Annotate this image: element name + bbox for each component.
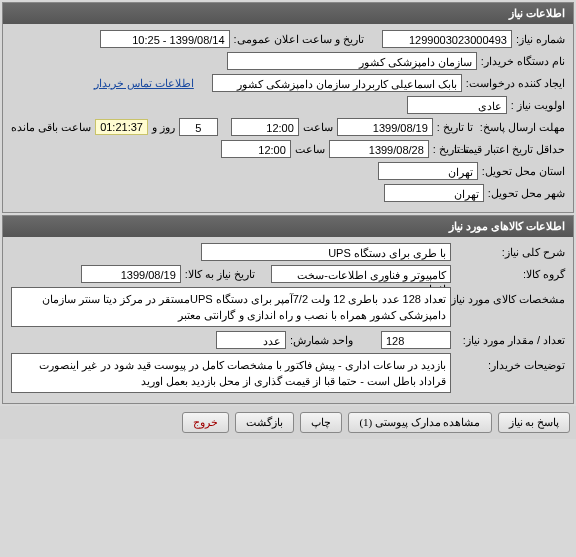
- exit-button[interactable]: خروج: [182, 412, 229, 433]
- desc-label: شرح کلی نیاز:: [455, 246, 565, 259]
- deadline-time: 12:00: [231, 118, 298, 136]
- panel-body-need: شماره نیاز: 1299003023000493 تاریخ و ساع…: [3, 24, 573, 212]
- reply-button[interactable]: پاسخ به نیاز: [498, 412, 571, 433]
- need-info-panel: اطلاعات نیاز شماره نیاز: 129900302300049…: [2, 2, 574, 213]
- need-no-value: 1299003023000493: [382, 30, 512, 48]
- need-date-value: 1399/08/19: [81, 265, 181, 283]
- announce-value: 1399/08/14 - 10:25: [100, 30, 230, 48]
- attachments-button[interactable]: مشاهده مدارک پیوستی (1): [348, 412, 491, 433]
- print-button[interactable]: چاپ: [300, 412, 342, 433]
- priority-value: عادی: [407, 96, 507, 114]
- time-label-1: ساعت: [303, 121, 333, 134]
- city-label: شهر محل تحویل:: [488, 187, 565, 200]
- group-value: کامپیوتر و فناوری اطلاعات-سخت افزار: [271, 265, 451, 283]
- valid-time: 12:00: [221, 140, 291, 158]
- creator-value: بابک اسماعیلی کاربردار سازمان دامپزشکی ک…: [212, 74, 462, 92]
- days-left: 5: [179, 118, 218, 136]
- notes-value: بازدید در ساعات اداری - پیش فاکتور با مش…: [11, 353, 451, 393]
- contact-link[interactable]: اطلاعات تماس خریدار: [94, 77, 194, 90]
- panel-header-need: اطلاعات نیاز: [3, 3, 573, 24]
- desc-value: با طری برای دستگاه UPS: [201, 243, 451, 261]
- unit-value: عدد: [216, 331, 286, 349]
- valid-until-label: تا تاریخ :: [433, 143, 469, 156]
- valid-date: 1399/08/28: [329, 140, 429, 158]
- panel-body-goods: شرح کلی نیاز: با طری برای دستگاه UPS گرو…: [3, 237, 573, 403]
- group-label: گروه کالا:: [455, 268, 565, 281]
- province-value: تهران: [378, 162, 478, 180]
- creator-label: ایجاد کننده درخواست:: [466, 77, 565, 90]
- qty-value: 128: [381, 331, 451, 349]
- need-no-label: شماره نیاز:: [516, 33, 565, 46]
- footer-bar: پاسخ به نیاز مشاهده مدارک پیوستی (1) چاپ…: [0, 406, 576, 439]
- notes-label: توضیحات خریدار:: [455, 353, 565, 372]
- province-label: استان محل تحویل:: [482, 165, 565, 178]
- panel-header-goods: اطلاعات کالاهای مورد نیاز: [3, 216, 573, 237]
- goods-info-panel: اطلاعات کالاهای مورد نیاز شرح کلی نیاز: …: [2, 215, 574, 404]
- spec-value: تعداد 128 عدد باطری 12 ولت 7/2آمپر برای …: [11, 287, 451, 327]
- time-label-2: ساعت: [295, 143, 325, 156]
- qty-label: تعداد / مقدار مورد نیاز:: [455, 334, 565, 347]
- unit-label: واحد شمارش:: [290, 334, 353, 347]
- need-date-label: تاریخ نیاز به کالا:: [185, 268, 255, 281]
- deadline-date: 1399/08/19: [337, 118, 433, 136]
- spec-label: مشخصات کالای مورد نیاز:: [455, 287, 565, 306]
- city-value: تهران: [384, 184, 484, 202]
- remain-label: ساعت باقی مانده: [11, 121, 91, 134]
- countdown-timer: 01:21:37: [95, 119, 148, 135]
- org-label: نام دستگاه خریدار:: [481, 55, 565, 68]
- valid-label: حداقل تاریخ اعتبار قیمت:: [473, 143, 565, 156]
- org-value: سازمان دامپزشکی کشور: [227, 52, 477, 70]
- until-label: تا تاریخ :: [437, 121, 473, 134]
- days-sep: روز و: [152, 121, 175, 134]
- announce-label: تاریخ و ساعت اعلان عمومی:: [234, 33, 364, 46]
- back-button[interactable]: بازگشت: [235, 412, 294, 433]
- priority-label: اولویت نیاز :: [511, 99, 565, 112]
- deadline-label: مهلت ارسال پاسخ:: [477, 121, 565, 134]
